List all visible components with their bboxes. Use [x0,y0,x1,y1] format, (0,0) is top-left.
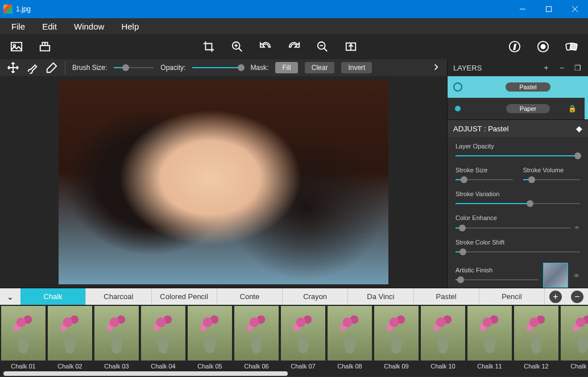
expand-panel-icon[interactable] [432,63,440,73]
mask-fill-button[interactable]: Fill [275,62,297,73]
preset-label: Chalk 03 [104,363,129,370]
adjust-header: ADJUST : Pastel ◆ [448,120,588,137]
svg-rect-3 [40,45,50,51]
redo-icon[interactable] [288,40,300,53]
compare-icon[interactable] [345,40,357,53]
link-icon[interactable]: ⚭ [573,270,580,281]
preset-item[interactable]: Chalk 03 [93,305,140,376]
image-icon[interactable] [10,40,23,53]
color-enhance-slider[interactable] [456,224,570,232]
stroke-size-slider[interactable] [456,176,513,184]
svg-rect-0 [546,7,552,12]
add-layer-icon[interactable]: ＋ [541,63,550,73]
preset-tab[interactable]: Da Vinci [348,288,413,305]
main-toolbar: i [0,34,588,59]
mask-invert-button[interactable]: Invert [341,62,372,73]
preset-item[interactable]: Chalk 08 [326,305,373,376]
preset-label: Chalk 05 [197,363,222,370]
stroke-variation-slider[interactable] [456,200,580,208]
menu-edit[interactable]: Edit [35,20,64,33]
layer-opacity-slider[interactable] [456,152,580,160]
artistic-finish-preview[interactable] [543,263,568,288]
menu-file[interactable]: File [5,20,32,33]
preset-item[interactable]: Chalk 10 [420,305,466,376]
minimize-button[interactable] [510,0,536,18]
stroke-volume-slider[interactable] [523,176,581,184]
preset-label: Chalk 01 [11,363,35,370]
opacity-slider[interactable] [192,64,243,72]
menu-window[interactable]: Window [67,20,111,33]
preset-scrollbar[interactable] [3,371,288,376]
layers-title: LAYERS [453,64,482,72]
eraser-icon[interactable] [45,61,58,74]
preset-tab[interactable]: Charcoal [86,288,151,305]
layer-row[interactable]: Pastel [448,76,588,98]
maximize-button[interactable] [536,0,562,18]
crop-icon[interactable] [202,40,215,53]
canvas[interactable] [59,80,388,284]
svg-point-10 [541,44,545,48]
preset-tab[interactable]: Colored Pencil [152,288,217,305]
zoom-out-presets-button[interactable]: − [571,291,583,303]
preset-item[interactable]: Chalk 09 [373,305,420,376]
preset-tab[interactable]: Pencil [479,288,545,305]
preset-item[interactable]: Chalk 01 [0,305,47,376]
preset-item[interactable]: Chalk 13 [560,305,588,376]
tabs-dropdown-icon[interactable]: ⌄ [0,292,20,301]
lock-icon: 🔒 [568,105,577,113]
preset-item[interactable]: Chalk 11 [466,305,513,376]
preset-thumbnail [188,306,232,361]
paint-bucket-icon[interactable]: ◆ [576,124,582,133]
layer-visibility-icon[interactable] [455,106,461,111]
preset-item[interactable]: Chalk 05 [187,305,233,376]
preset-label: Chalk 13 [570,363,588,370]
menu-bar: File Edit Window Help [0,18,588,34]
menu-help[interactable]: Help [114,20,146,33]
brush-toolbar: Brush Size: Opacity: Mask: Fill Clear In… [0,59,447,76]
artistic-finish-label: Artistic Finish [456,267,492,274]
mask-clear-button[interactable]: Clear [305,62,335,73]
move-icon[interactable] [7,61,19,74]
zoom-out-icon[interactable] [316,40,329,53]
undo-icon[interactable] [259,40,272,53]
stroke-volume-label: Stroke Volume [523,167,564,173]
preset-thumbnail [1,306,45,361]
preset-strip[interactable]: Chalk 01Chalk 02Chalk 03Chalk 04Chalk 05… [0,305,588,376]
preset-thumbnail [421,306,465,361]
zoom-in-presets-button[interactable]: + [549,291,562,303]
zoom-in-icon[interactable] [231,40,243,53]
brushsize-slider[interactable] [114,64,154,72]
layers-header: LAYERS ＋ − ❐ [448,59,588,76]
preset-item[interactable]: Chalk 07 [280,305,326,376]
preset-tab[interactable]: Crayon [283,288,348,305]
duplicate-layer-icon[interactable]: ❐ [573,64,582,72]
dice-icon[interactable] [565,40,578,53]
preset-item[interactable]: Chalk 02 [47,305,93,376]
brush-icon[interactable] [26,61,39,74]
help-icon[interactable] [537,40,549,53]
link-icon[interactable]: ⚭ [574,223,580,232]
preset-thumbnail [328,306,372,361]
preset-label: Chalk 02 [57,363,82,370]
preset-tab[interactable]: Chalk [20,288,86,305]
preset-item[interactable]: Chalk 04 [140,305,187,376]
artistic-finish-slider[interactable] [456,276,539,284]
preset-thumbnail [94,306,139,361]
svg-rect-12 [570,43,577,51]
layer-row[interactable]: Paper 🔒 [448,98,588,119]
color-enhance-label: Color Enhance [456,214,497,221]
remove-layer-icon[interactable]: − [557,64,566,72]
window-title: 1.jpg [16,5,510,13]
preset-tab[interactable]: Conte [217,288,283,305]
save-icon[interactable] [39,40,51,53]
close-button[interactable] [562,0,588,18]
preset-item[interactable]: Chalk 06 [233,305,280,376]
canvas-area [0,76,447,288]
layer-name: Paper [506,104,550,113]
preset-tab[interactable]: Pastel [414,288,479,305]
preset-item[interactable]: Chalk 12 [513,305,560,376]
stroke-color-shift-slider[interactable] [456,248,580,256]
layer-visibility-icon[interactable] [453,82,462,92]
preset-label: Chalk 12 [524,363,548,370]
info-icon[interactable]: i [508,40,521,53]
